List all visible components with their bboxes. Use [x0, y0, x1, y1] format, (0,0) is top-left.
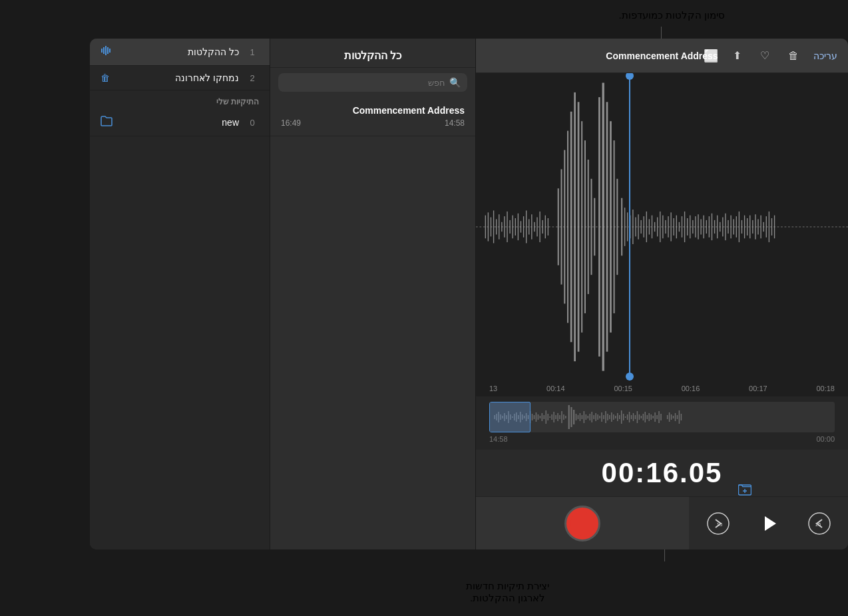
svg-rect-74: [704, 216, 704, 239]
current-time: 00:16.05: [602, 457, 723, 489]
svg-rect-25: [548, 218, 548, 235]
sidebar-item-label-deleted: נמחקו לאחרונה: [175, 73, 239, 83]
svg-rect-95: [760, 216, 761, 239]
recording-item-duration: 16:49: [281, 118, 301, 128]
recording-item[interactable]: Commencement Address 16:49 14:58: [270, 97, 475, 136]
svg-rect-72: [698, 214, 698, 239]
trash-icon: 🗑: [788, 50, 799, 62]
favorite-button[interactable]: ♡: [756, 47, 773, 65]
svg-rect-44: [621, 198, 622, 256]
svg-rect-77: [712, 214, 712, 240]
recording-title: Commencement Address: [606, 51, 718, 61]
svg-rect-191: [677, 415, 678, 419]
svg-rect-14: [518, 214, 519, 240]
svg-rect-52: [644, 216, 644, 237]
mini-waveform-container[interactable]: 00:00 14:58: [476, 396, 848, 450]
svg-rect-137: [563, 414, 564, 420]
svg-rect-139: [568, 405, 570, 429]
annotation-line-top: [661, 27, 662, 40]
mini-waveform[interactable]: [489, 402, 835, 432]
svg-rect-157: [605, 411, 606, 423]
mini-viewport[interactable]: [489, 402, 530, 432]
svg-rect-179: [648, 413, 649, 421]
svg-text:15: 15: [815, 522, 821, 528]
record-button[interactable]: [564, 506, 600, 541]
svg-rect-193: [681, 414, 682, 420]
svg-rect-60: [665, 220, 666, 233]
edit-button[interactable]: עריכה: [813, 51, 837, 61]
play-button[interactable]: [754, 509, 783, 538]
svg-rect-98: [769, 212, 769, 242]
svg-rect-177: [645, 412, 646, 422]
svg-rect-26: [558, 188, 559, 265]
search-input[interactable]: [285, 78, 445, 88]
svg-rect-125: [540, 416, 540, 418]
svg-rect-51: [640, 220, 641, 233]
svg-rect-62: [670, 212, 671, 241]
waveform-svg: [476, 73, 848, 381]
sidebar-item-deleted-left: 2 נמחקו לאחרונה: [175, 73, 259, 83]
sidebar-item-all[interactable]: 1 כל ההקלטות: [90, 39, 270, 66]
svg-rect-28: [564, 150, 565, 304]
time-markers: 13 00:14 00:15 00:16 00:17 00:18: [476, 381, 848, 396]
delete-button[interactable]: 🗑: [784, 47, 803, 65]
search-bar[interactable]: 🔍: [278, 73, 467, 92]
svg-rect-100: [774, 216, 775, 239]
svg-rect-151: [593, 415, 594, 419]
share-button[interactable]: ⬆: [729, 47, 745, 65]
playhead-handle-bottom: [626, 373, 634, 381]
sidebar-item-new-left: 0 new: [222, 117, 259, 128]
svg-rect-186: [667, 415, 668, 419]
svg-rect-93: [755, 214, 755, 239]
svg-rect-136: [561, 411, 562, 423]
svg-rect-199: [101, 49, 103, 53]
svg-rect-4: [491, 218, 491, 237]
svg-rect-169: [629, 412, 630, 422]
rewind-button[interactable]: 15: [805, 509, 834, 538]
svg-rect-11: [509, 220, 510, 233]
svg-rect-19: [531, 214, 532, 239]
svg-rect-15: [521, 221, 521, 232]
svg-rect-40: [606, 102, 608, 351]
heart-icon: ♡: [760, 49, 769, 62]
svg-rect-203: [109, 49, 110, 53]
current-time-display: 00:16.05: [476, 450, 848, 496]
svg-rect-200: [103, 47, 105, 54]
time-marker-6: 00:18: [816, 385, 835, 392]
new-folder-button[interactable]: [738, 483, 751, 496]
svg-rect-173: [637, 411, 638, 423]
sidebar-item-deleted[interactable]: 2 נמחקו לאחרונה 🗑: [90, 66, 270, 90]
svg-rect-18: [529, 219, 529, 234]
annotation-top: סימון הקלטות כמועדפות.: [618, 9, 725, 21]
svg-rect-101: [489, 402, 835, 432]
sidebar: 1 כל ההקלטות 2 נמחקו לאחרונה 🗑 התיקיות ש…: [90, 39, 270, 549]
svg-rect-13: [515, 218, 516, 235]
svg-rect-34: [584, 140, 586, 313]
time-marker-2: 00:14: [546, 385, 565, 392]
svg-rect-158: [607, 414, 608, 420]
svg-rect-38: [598, 97, 600, 357]
recording-item-title: Commencement Address: [281, 105, 465, 116]
forward-button[interactable]: 15: [704, 509, 733, 538]
transport-right: [476, 497, 689, 549]
svg-rect-8: [501, 222, 502, 231]
sidebar-item-new-folder[interactable]: 0 new: [90, 109, 270, 136]
playhead[interactable]: [629, 73, 630, 381]
svg-rect-164: [619, 415, 620, 419]
svg-rect-174: [639, 414, 640, 420]
recordings-title: כל ההקלטות: [344, 49, 401, 62]
svg-rect-133: [555, 415, 556, 419]
sidebar-section-header: התיקיות שלי: [90, 90, 270, 109]
svg-rect-97: [766, 216, 767, 237]
svg-rect-33: [581, 121, 582, 333]
svg-rect-168: [627, 414, 628, 420]
svg-rect-85: [734, 219, 734, 234]
waveform-area[interactable]: 13 00:14 00:15 00:16 00:17 00:18: [476, 73, 848, 396]
svg-rect-167: [625, 416, 626, 418]
recording-item-date: 14:58: [445, 118, 465, 128]
time-marker-4: 00:16: [682, 385, 700, 392]
svg-rect-170: [631, 415, 632, 419]
svg-rect-150: [591, 412, 592, 422]
mini-time-start: 00:00: [816, 435, 835, 443]
main-window: עריכה 🗑 ♡ ⬆ Commencement Address ⬜: [90, 39, 848, 549]
